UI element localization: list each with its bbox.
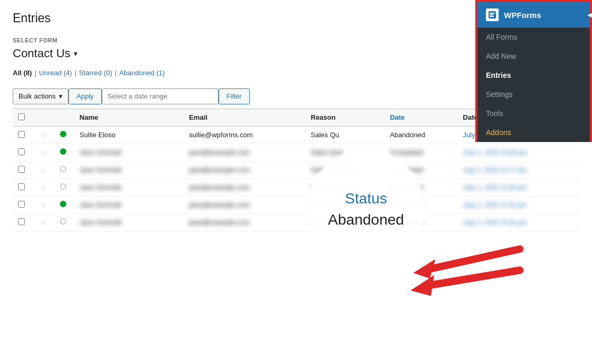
bulk-actions-button[interactable]: Bulk actions ▾: [13, 88, 68, 104]
menu-item-all-forms[interactable]: All Forms: [477, 28, 590, 47]
table-row: ☆ Jane Schmidt jane@example.com Sales Qu…: [13, 179, 579, 196]
menu-item-add-new[interactable]: Add New: [477, 47, 590, 66]
row-status-text: Completed: [385, 161, 458, 179]
row-status-text: Abandoned: [385, 126, 458, 144]
row-checkbox[interactable]: [18, 131, 25, 138]
row-checkbox[interactable]: [18, 218, 25, 225]
row-date: July 1, 2021 9:18 pm: [458, 179, 579, 196]
row-checkbox-cell: [13, 214, 34, 231]
tab-abandoned[interactable]: Abandoned (1): [119, 69, 165, 77]
row-checkbox-cell: [13, 126, 34, 144]
row-status-cell: [55, 179, 74, 196]
star-icon[interactable]: ☆: [40, 183, 47, 192]
row-star-cell: ☆: [34, 196, 55, 214]
row-name: Sullie Eloso: [74, 126, 184, 144]
filter-tabs: All (8) | Unread (4) | Starred (0) | Aba…: [13, 69, 165, 77]
status-dot: [60, 183, 66, 190]
row-star-cell: ☆: [34, 161, 55, 179]
row-name: Jane Schmidt: [74, 179, 184, 196]
table-row: ☆ Jane Schmidt jane@example.com Sales Qu…: [13, 214, 579, 231]
row-status-text: Completed: [385, 214, 458, 231]
svg-rect-5: [490, 13, 495, 14]
row-date: July 1, 2021 9:16 pm: [458, 214, 579, 231]
menu-item-entries[interactable]: Entries: [477, 66, 590, 85]
col-header-status-dot: [55, 109, 74, 126]
svg-marker-1: [414, 260, 435, 278]
row-reason: Sales Que: [306, 144, 385, 161]
row-checkbox-cell: [13, 196, 34, 214]
row-email: jane@example.com: [184, 179, 305, 196]
col-header-star: [34, 109, 55, 126]
row-reason: Sales Question: [306, 179, 385, 196]
menu-item-settings[interactable]: Settings: [477, 85, 590, 104]
row-status-cell: [55, 144, 74, 161]
row-email: jane@example.com: [184, 214, 305, 231]
row-name: Jane Schmidt: [74, 196, 184, 214]
row-status-cell: [55, 214, 74, 231]
chevron-down-icon: ▾: [74, 49, 77, 58]
row-checkbox[interactable]: [18, 201, 25, 208]
tab-unread[interactable]: Unread (4): [39, 69, 72, 77]
row-email: jane@example.com: [184, 161, 305, 179]
table-row: ☆ Jane Schmidt jane@example.com Sales Qu…: [13, 196, 579, 214]
row-checkbox[interactable]: [18, 148, 25, 155]
tab-starred[interactable]: Starred (0): [79, 69, 112, 77]
row-name: Jane Schmidt: [74, 144, 184, 161]
col-header-status: Date: [385, 109, 458, 126]
wpforms-menu-header: WPForms ◀: [477, 2, 590, 28]
status-dot: [60, 131, 66, 137]
row-star-cell: ☆: [34, 144, 55, 161]
table-row: ☆ Jane Schmidt jane@example.com Sales Qu…: [13, 144, 579, 161]
row-reason: Sales Question: [306, 196, 385, 214]
row-name: Jane Schmidt: [74, 161, 184, 179]
tab-all[interactable]: All (8): [13, 69, 32, 77]
row-checkbox[interactable]: [18, 166, 25, 173]
star-icon[interactable]: ☆: [40, 148, 47, 157]
row-date: July 1, 2021 9:16 pm: [458, 196, 579, 214]
apply-button[interactable]: Apply: [68, 88, 102, 104]
row-status-cell: [55, 196, 74, 214]
bulk-chevron-icon: ▾: [59, 92, 63, 100]
star-icon[interactable]: ☆: [40, 201, 47, 209]
form-selector[interactable]: Contact Us ▾: [13, 47, 77, 60]
row-date: July 1, 2021 9:16 pm: [458, 144, 579, 161]
row-status-text: Completed: [385, 196, 458, 214]
menu-item-addons[interactable]: Addons: [477, 123, 590, 142]
collapse-arrow-icon[interactable]: ◀: [587, 11, 592, 19]
svg-rect-7: [490, 16, 494, 17]
col-header-email: Email: [184, 109, 305, 126]
star-icon[interactable]: ☆: [40, 166, 47, 174]
status-dot: [60, 201, 66, 207]
svg-line-2: [424, 270, 520, 286]
date-range-input[interactable]: [102, 88, 219, 104]
svg-rect-6: [490, 14, 493, 15]
selected-form-name: Contact Us: [13, 47, 71, 60]
row-date: July 1, 2021 9:17 pm: [458, 161, 579, 179]
row-checkbox[interactable]: [18, 183, 25, 190]
row-email: jane@example.com: [184, 196, 305, 214]
main-content: Entries SELECT FORM Contact Us ▾ ✏️ Edit…: [0, 0, 592, 364]
row-status-cell: [55, 161, 74, 179]
filter-button[interactable]: Filter: [219, 88, 250, 104]
row-email: jane@example.com: [184, 144, 305, 161]
row-checkbox-cell: [13, 144, 34, 161]
row-checkbox-cell: [13, 161, 34, 179]
select-all-checkbox[interactable]: [18, 113, 25, 120]
wpforms-icon: [486, 8, 499, 21]
table-row: ☆ Jane Schmidt jane@example.com Sales Qu…: [13, 161, 579, 179]
star-icon[interactable]: ☆: [40, 131, 47, 139]
row-star-cell: ☆: [34, 179, 55, 196]
row-reason: Sales Qu: [306, 126, 385, 144]
star-icon[interactable]: ☆: [40, 218, 47, 227]
row-checkbox-cell: [13, 179, 34, 196]
wpforms-menu-title: WPForms: [504, 11, 541, 20]
menu-items: All FormsAdd NewEntriesSettingsToolsAddo…: [477, 28, 590, 142]
row-status-cell: [55, 126, 74, 144]
col-header-reason: Reason: [306, 109, 385, 126]
col-header-checkbox: [13, 109, 34, 126]
status-dot: [60, 218, 66, 225]
row-name: Jane Schmidt: [74, 214, 184, 231]
wpforms-menu: WPForms ◀ All FormsAdd NewEntriesSetting…: [475, 0, 592, 142]
menu-item-tools[interactable]: Tools: [477, 104, 590, 123]
svg-line-0: [424, 249, 520, 270]
